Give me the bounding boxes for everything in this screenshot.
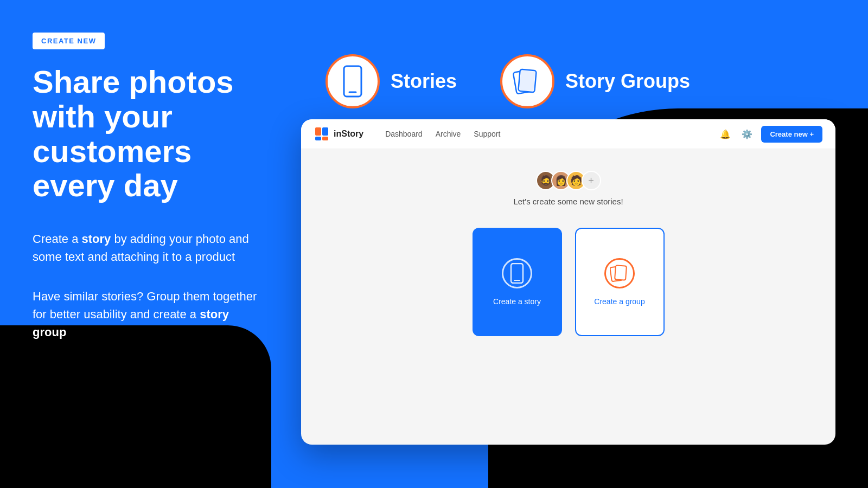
stories-feature: Stories	[326, 54, 457, 108]
app-actions: 🔔 ⚙️ Create new +	[718, 126, 822, 143]
stories-prompt: Let's create some new stories!	[513, 197, 623, 206]
app-content: 🧔 👩 🧑 + Let's create some new stories! C…	[301, 149, 835, 358]
group-card-cards-icon	[610, 264, 629, 283]
hero-title: Share photos with your customers every d…	[33, 65, 266, 203]
cards-icon	[512, 66, 543, 97]
nav-archive[interactable]: Archive	[436, 130, 461, 138]
create-story-card[interactable]: Create a story	[473, 228, 562, 336]
story-group-bold: story group	[33, 307, 229, 339]
svg-rect-6	[322, 127, 328, 136]
main-container: CREATE NEW Share photos with your custom…	[0, 0, 868, 488]
create-story-label: Create a story	[493, 297, 541, 306]
app-window: inStory Dashboard Archive Support 🔔 ⚙️ C…	[301, 119, 835, 445]
settings-icon[interactable]: ⚙️	[739, 126, 755, 142]
story-groups-feature: Story Groups	[500, 54, 690, 108]
group-description: Have similar stories? Group them togethe…	[33, 287, 266, 341]
story-card-phone-icon	[509, 263, 525, 284]
story-description: Create a story by adding your photo and …	[33, 230, 266, 266]
app-titlebar: inStory Dashboard Archive Support 🔔 ⚙️ C…	[301, 119, 835, 149]
svg-rect-8	[322, 137, 328, 140]
left-panel: CREATE NEW Share photos with your custom…	[0, 0, 298, 488]
nav-dashboard[interactable]: Dashboard	[385, 130, 423, 138]
app-logo: inStory	[314, 126, 363, 142]
cards-row: Create a story Create a group	[473, 228, 665, 336]
nav-support[interactable]: Support	[474, 130, 500, 138]
instory-logo-icon	[314, 126, 329, 142]
stories-label: Stories	[391, 70, 457, 93]
create-group-icon-circle	[604, 258, 635, 288]
phone-icon	[341, 65, 365, 98]
create-group-label: Create a group	[594, 297, 644, 306]
svg-rect-4	[520, 70, 535, 91]
app-logo-text: inStory	[334, 129, 363, 139]
story-bold: story	[82, 232, 111, 246]
stories-circle	[326, 54, 380, 108]
svg-rect-7	[315, 137, 321, 140]
create-story-icon-circle	[502, 258, 532, 288]
avatars-row: 🧔 👩 🧑 +	[536, 171, 601, 190]
svg-rect-5	[315, 127, 321, 136]
story-groups-circle	[500, 54, 554, 108]
create-group-card[interactable]: Create a group	[575, 228, 665, 336]
svg-rect-12	[615, 265, 627, 280]
create-new-badge: CREATE NEW	[33, 33, 105, 49]
create-new-button[interactable]: Create new +	[761, 126, 822, 143]
story-groups-label: Story Groups	[565, 70, 690, 93]
avatar-add[interactable]: +	[582, 171, 601, 190]
top-icons-area: Stories Story Groups	[326, 54, 835, 108]
bell-icon[interactable]: 🔔	[718, 126, 733, 142]
app-nav: Dashboard Archive Support	[385, 130, 707, 138]
